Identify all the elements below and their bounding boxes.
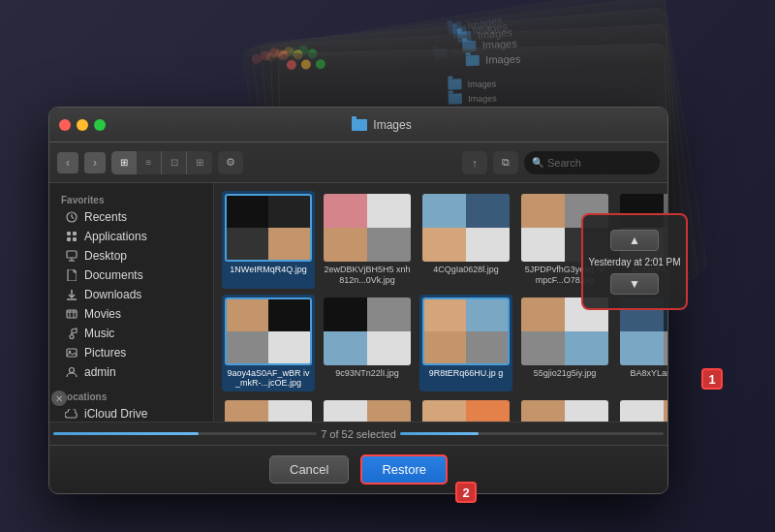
file-thumbnail — [324, 297, 411, 365]
file-item[interactable]: CCLHwJwtEOI.jpg — [222, 397, 315, 422]
file-thumbnail — [521, 400, 608, 422]
file-item[interactable]: 9c93NTn22lI.jpg — [321, 295, 414, 392]
file-name: 9c93NTn22lI.jpg — [335, 368, 399, 379]
svg-point-20 — [70, 368, 75, 373]
file-thumbnail — [225, 400, 312, 422]
file-name: 1NWeIRMqR4Q.jpg — [230, 265, 306, 275]
file-item[interactable]: 1NWeIRMqR4Q.jpg — [222, 191, 315, 289]
main-window: Images ‹ › ⊞ ≡ ⊡ ⊞ ⚙ ↑ ⧉ 🔍 Search Favori… — [48, 107, 668, 494]
sidebar-item-recents[interactable]: Recents — [53, 207, 209, 227]
file-item[interactable]: Fl9Jla_pskJYRNO F5KsW4...-Bo.jpg — [617, 397, 667, 422]
toolbar: ‹ › ⊞ ≡ ⊡ ⊞ ⚙ ↑ ⧉ 🔍 Search — [49, 142, 667, 183]
locations-label: Locations — [49, 388, 213, 404]
close-button[interactable] — [59, 119, 71, 131]
sidebar-item-downloads[interactable]: Downloads — [53, 285, 209, 304]
sidebar-applications-label: Applications — [84, 230, 147, 243]
file-thumbnail — [422, 194, 510, 262]
badge-2: 2 — [455, 482, 477, 503]
search-icon: 🔍 — [532, 157, 543, 168]
picture-icon — [65, 346, 78, 360]
sidebar-item-movies[interactable]: Movies — [53, 304, 209, 324]
svg-rect-14 — [67, 310, 77, 318]
view-icon-grid[interactable]: ⊞ — [111, 151, 137, 174]
fullscreen-button[interactable] — [94, 119, 106, 131]
file-item[interactable]: f4x-5tjpP8CKnnX Vm7iwF...f9Tdl.jpg — [518, 397, 611, 422]
sidebar-documents-label: Documents — [84, 268, 143, 282]
window-title: Images — [373, 118, 411, 132]
svg-rect-3 — [67, 232, 71, 235]
search-box[interactable]: 🔍 Search — [524, 151, 660, 174]
sidebar-icloud-label: iCloud Drive — [84, 407, 147, 421]
file-thumbnail — [225, 194, 312, 262]
file-item[interactable]: 9R8tERq66HU.jp g — [419, 295, 512, 392]
sidebar-movies-label: Movies — [84, 307, 121, 321]
progress-bar-right — [400, 432, 664, 435]
user-icon — [65, 365, 78, 379]
minimize-button[interactable] — [77, 119, 88, 131]
file-thumbnail — [422, 297, 510, 365]
title-bar: Images — [49, 108, 667, 142]
view-icon-gallery[interactable]: ⊞ — [187, 151, 212, 174]
sidebar-admin-label: admin — [84, 365, 116, 379]
folder-icon — [352, 119, 367, 131]
settings-button[interactable]: ⚙ — [218, 151, 243, 174]
file-item[interactable]: EYAcpC_4Bk6Zbil nMK_3-...BL00.jpg — [419, 397, 512, 422]
stacked-window-title-5: Images — [485, 53, 520, 66]
time-label: Yesterday at 2:01 PM — [588, 257, 680, 267]
restore-button[interactable]: Restore — [360, 454, 448, 485]
svg-rect-7 — [67, 251, 77, 258]
svg-line-2 — [72, 217, 74, 219]
download-icon — [65, 288, 78, 301]
sidebar-item-admin[interactable]: admin — [53, 362, 209, 382]
file-thumbnail — [422, 400, 510, 422]
svg-rect-6 — [73, 237, 77, 241]
sidebar: Favorites Recents Applications Desktop — [49, 183, 214, 422]
action-button[interactable]: ⧉ — [493, 151, 518, 174]
time-up-button[interactable]: ▲ — [610, 230, 659, 251]
svg-rect-4 — [73, 232, 77, 235]
music-icon — [65, 327, 78, 340]
sidebar-item-pictures[interactable]: Pictures — [53, 343, 209, 362]
share-button[interactable]: ↑ — [462, 151, 487, 174]
status-bar: 7 of 52 selected — [49, 422, 667, 445]
file-thumbnail — [324, 400, 411, 422]
status-text: 7 of 52 selected — [321, 428, 396, 440]
file-item[interactable]: CV2AQR9MSXMs vWa1Ql...lDck.jpg — [321, 397, 414, 422]
forward-button[interactable]: › — [84, 152, 106, 173]
search-placeholder: Search — [547, 157, 581, 169]
sidebar-item-desktop[interactable]: Desktop — [53, 246, 209, 266]
sidebar-item-documents[interactable]: Documents — [53, 266, 209, 285]
close-x-button[interactable]: ✕ — [51, 391, 67, 406]
sidebar-downloads-label: Downloads — [84, 288, 141, 301]
bg-folder-label-2: Images — [468, 93, 497, 104]
movie-icon — [65, 307, 78, 321]
file-name: 9R8tERq66HU.jp g — [429, 368, 504, 379]
progress-bar — [53, 432, 317, 435]
file-item[interactable]: 9aoy4aS0AF_wBR iv_mkR-...jcOE.jpg — [222, 295, 315, 392]
sidebar-recents-label: Recents — [84, 210, 127, 224]
time-down-button[interactable]: ▼ — [610, 273, 659, 295]
back-button[interactable]: ‹ — [57, 152, 78, 173]
sidebar-item-music[interactable]: Music — [53, 324, 209, 343]
view-icon-list[interactable]: ≡ — [137, 151, 162, 174]
sidebar-music-label: Music — [84, 327, 114, 340]
view-mode-group: ⊞ ≡ ⊡ ⊞ — [111, 151, 212, 174]
content-area: Favorites Recents Applications Desktop — [49, 183, 667, 422]
file-name: 2ewDBKVjBH5H5 xnh812n...0Vk.jpg — [324, 265, 411, 286]
sidebar-item-applications[interactable]: Applications — [53, 227, 209, 246]
file-name: 9aoy4aS0AF_wBR iv_mkR-...jcOE.jpg — [225, 368, 312, 390]
view-icon-columns[interactable]: ⊡ — [162, 151, 187, 174]
time-machine-panel: ▲ Yesterday at 2:01 PM ▼ — [581, 213, 688, 310]
bottom-bar: Cancel Restore — [49, 445, 667, 493]
file-name: 4CQgIa0628l.jpg — [433, 265, 499, 275]
sidebar-item-icloud[interactable]: iCloud Drive — [53, 404, 209, 422]
progress-fill — [53, 432, 199, 435]
file-name: BA8xYLanifM.jpg — [630, 368, 667, 379]
badge-1: 1 — [701, 368, 723, 390]
file-item[interactable]: 4CQgIa0628l.jpg — [419, 191, 512, 289]
clock-icon — [65, 210, 78, 224]
traffic-lights — [59, 119, 106, 131]
file-item[interactable]: 2ewDBKVjBH5H5 xnh812n...0Vk.jpg — [321, 191, 414, 289]
progress-fill-right — [400, 432, 480, 435]
cancel-button[interactable]: Cancel — [269, 455, 349, 484]
